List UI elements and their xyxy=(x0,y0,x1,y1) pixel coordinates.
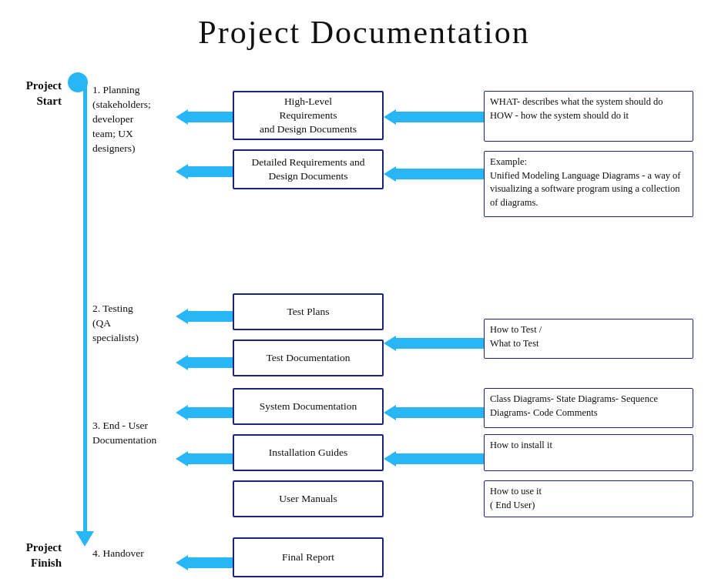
desc-box-what-how: WHAT- describes what the system should d… xyxy=(484,91,693,142)
desc-box-how-to-test: How to Test /What to Test xyxy=(484,319,693,359)
desc-box-how-install: How to install it xyxy=(484,434,693,471)
arrow-test-plans xyxy=(176,309,233,324)
desc-box-how-use: How to use it( End User) xyxy=(484,480,693,517)
arrow-test-doc xyxy=(176,355,233,370)
step-testing: 2. Testing(QAspecialists) xyxy=(92,302,185,346)
doc-box-test-documentation: Test Documentation xyxy=(233,340,384,376)
desc-box-class-diagrams: Class Diagrams- State Diagrams- Sequence… xyxy=(484,388,693,428)
doc-box-system-documentation: System Documentation xyxy=(233,388,384,425)
arrow-install-guides xyxy=(176,451,233,467)
step-planning: 1. Planning(stakeholders;developerteam; … xyxy=(92,83,185,156)
page-title: Project Documentation xyxy=(0,0,728,59)
arrow-planning xyxy=(176,109,233,125)
doc-box-installation-guides: Installation Guides xyxy=(233,434,384,471)
doc-box-final-report: Final Report xyxy=(233,537,384,577)
timeline-circle-top xyxy=(68,72,88,92)
arrow-desc-to-install xyxy=(384,451,484,467)
step-handover: 4. Handover xyxy=(92,547,185,561)
arrow-desc-to-highlevel xyxy=(384,109,484,125)
doc-box-detailed-req: Detailed Requirements andDesign Document… xyxy=(233,149,384,189)
stage-label-finish: ProjectFinish xyxy=(0,540,68,570)
timeline-line xyxy=(83,82,87,536)
arrow-system-doc xyxy=(176,405,233,420)
arrow-desc-to-detailed xyxy=(384,166,484,182)
arrow-final-report xyxy=(176,555,233,570)
stage-label-start: ProjectStart xyxy=(0,79,68,109)
diagram-container: ProjectStart ProjectFinish 1. Planning(s… xyxy=(0,59,728,582)
doc-box-user-manuals: User Manuals xyxy=(233,480,384,517)
doc-box-test-plans: Test Plans xyxy=(233,293,384,330)
timeline-arrow-bottom xyxy=(75,531,94,547)
doc-box-high-level: High-LevelRequirementsand Design Documen… xyxy=(233,91,384,140)
arrow-detailed-req xyxy=(176,164,233,179)
arrow-desc-to-sysDoc xyxy=(384,405,484,420)
desc-box-uml-example: Example:Unified Modeling Language Diagra… xyxy=(484,151,693,217)
step-enduser: 3. End - UserDocumentation xyxy=(92,419,185,448)
arrow-desc-to-test xyxy=(384,336,484,351)
